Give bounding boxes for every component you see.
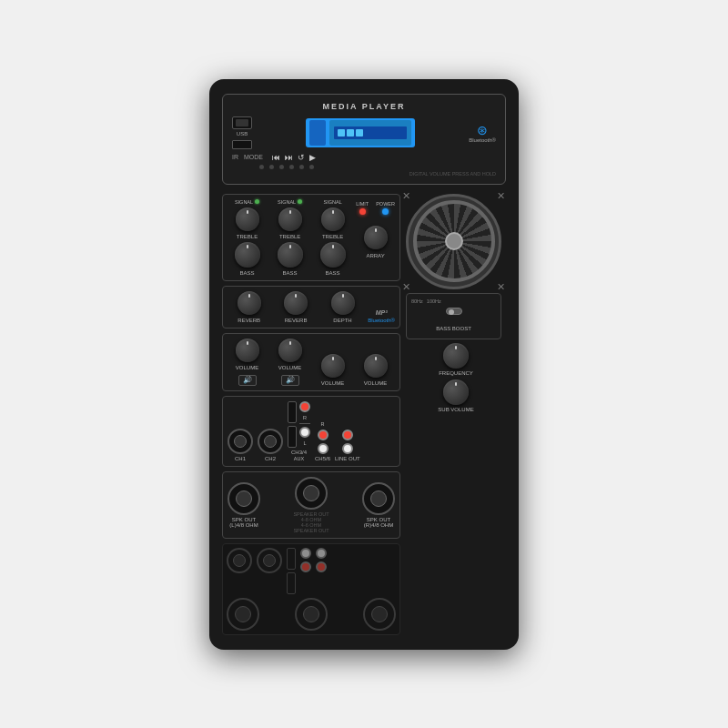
mirror-section bbox=[222, 543, 400, 635]
reverb-col-1: REVERB bbox=[228, 291, 270, 323]
ir-mode-row: IR MODE ⏮ ⏭ ↺ ▶ bbox=[232, 153, 496, 162]
play-btn[interactable]: ▶ bbox=[309, 153, 316, 162]
ch34-rca-l[interactable] bbox=[299, 427, 310, 438]
ch4-trs[interactable] bbox=[288, 426, 297, 448]
freq-100hz-label: 100Hz bbox=[427, 298, 441, 305]
signal-led-1 bbox=[255, 199, 259, 204]
lcd-display bbox=[306, 118, 415, 147]
signal-area-2: SIGNAL bbox=[278, 199, 302, 205]
limit-power-leds: LIMIT POWER bbox=[356, 201, 395, 215]
mirror-rca-1 bbox=[300, 548, 311, 572]
reverb-col-2: REVERB bbox=[274, 291, 317, 323]
line-out-rca-l[interactable] bbox=[342, 443, 353, 454]
reverb-knob-1[interactable] bbox=[238, 291, 261, 315]
device-panel: MEDIA PLAYER USB bbox=[209, 79, 519, 650]
ch56-rca-r[interactable] bbox=[318, 430, 329, 440]
bass-knob-1[interactable] bbox=[235, 242, 260, 268]
speaker-icon-1: 🔊 bbox=[238, 375, 257, 386]
treble-knob-3[interactable] bbox=[321, 207, 345, 231]
ch34-rca-r[interactable] bbox=[299, 401, 310, 412]
mirror-xlr-1 bbox=[227, 548, 252, 573]
ch2-jack: CH2 bbox=[258, 429, 283, 461]
mirror-trs bbox=[287, 548, 296, 594]
spk-left: SPK OUT (L)4/8 OHM bbox=[228, 482, 260, 528]
spk-left-jack[interactable] bbox=[228, 482, 260, 515]
treble-label-3: TREBLE bbox=[322, 234, 343, 239]
ch3-trs[interactable] bbox=[288, 401, 297, 423]
volume-knob-4[interactable] bbox=[364, 354, 388, 378]
mirror-rca-r bbox=[300, 561, 311, 572]
treble-label-1: TREBLE bbox=[237, 234, 258, 239]
bluetooth-area: ⊛ Bluetooth® bbox=[469, 123, 496, 143]
volume-knob-3[interactable] bbox=[321, 354, 345, 378]
line-out-jack: LINE OUT bbox=[335, 430, 360, 461]
speaker-icon-2: 🔊 bbox=[281, 375, 299, 386]
depth-knob[interactable] bbox=[331, 291, 355, 315]
fan-inner bbox=[413, 200, 495, 282]
array-knob[interactable] bbox=[364, 226, 388, 249]
ch1-jack: CH1 bbox=[228, 429, 253, 461]
treble-knob-2[interactable] bbox=[278, 207, 302, 231]
screw-tr: ✕ bbox=[497, 190, 505, 202]
line-out-rca-r[interactable] bbox=[342, 430, 353, 440]
ch2-xlr[interactable] bbox=[258, 429, 283, 454]
volume-knob-1[interactable] bbox=[236, 339, 259, 362]
ch56-jack: R CH5/6 bbox=[315, 421, 330, 461]
mirror-trs-1 bbox=[287, 572, 296, 594]
signal-label-1: SIGNAL bbox=[235, 199, 253, 205]
treble-knob-1[interactable] bbox=[236, 207, 259, 231]
effects-section: REVERB REVERB DEPTH MP³ Bluetooth® bbox=[222, 286, 400, 329]
media-top-row: USB ⊛ Bluet bbox=[232, 116, 496, 149]
repeat-btn[interactable]: ↺ bbox=[298, 153, 305, 162]
usb-area: USB bbox=[232, 116, 252, 149]
digital-vol-label: DIGITAL VOLUME PRESS AND HOLD bbox=[232, 171, 496, 177]
screw-tl: ✕ bbox=[402, 190, 410, 202]
volume-label-1: VOLUME bbox=[236, 365, 258, 370]
ch1-xlr[interactable] bbox=[228, 429, 253, 454]
dot-6 bbox=[309, 165, 314, 169]
freq-80hz-label: 80Hz bbox=[411, 298, 423, 305]
next-btn[interactable]: ⏭ bbox=[285, 153, 293, 162]
dot-3 bbox=[279, 165, 284, 169]
ch56-rcas: R bbox=[318, 421, 329, 454]
bass-label-2: BASS bbox=[283, 270, 298, 276]
spk-row: SPK OUT (L)4/8 OHM SPEAKER OUT 4-8 OHM 4… bbox=[228, 477, 395, 533]
jacks-section: CH1 CH2 bbox=[222, 396, 400, 467]
frequency-knob[interactable] bbox=[443, 343, 469, 369]
spk-right-label: SPK OUT (R)4/8 OHM bbox=[364, 517, 393, 528]
dot-5 bbox=[299, 165, 304, 169]
volume-section: VOLUME 🔊 VOLUME 🔊 bbox=[222, 333, 400, 391]
sub-volume-knob[interactable] bbox=[443, 379, 469, 405]
mp3-label: MP³ bbox=[376, 309, 388, 316]
usb-slot[interactable] bbox=[232, 116, 252, 129]
prev-btn[interactable]: ⏮ bbox=[272, 153, 280, 162]
reverb-knob-2[interactable] bbox=[284, 291, 308, 315]
bass-knob-3[interactable] bbox=[320, 242, 346, 268]
bluetooth-small-label: Bluetooth® bbox=[368, 318, 395, 323]
bass-freq-row: 80Hz 100Hz bbox=[411, 298, 496, 305]
bass-label-3: BASS bbox=[326, 270, 340, 276]
mode-label: MODE bbox=[244, 154, 263, 160]
volume-label-4: VOLUME bbox=[364, 380, 387, 386]
sd-slot[interactable] bbox=[232, 140, 252, 149]
bass-boost-section: 80Hz 100Hz BASS BOOST bbox=[406, 293, 501, 339]
volume-knob-2[interactable] bbox=[278, 339, 302, 362]
treble-label-2: TREBLE bbox=[279, 234, 300, 239]
spk-center-label: SPEAKER OUT 4-8 OHM 4-6 OHM SPEAKER OUT bbox=[293, 511, 329, 533]
bass-knob-2[interactable] bbox=[278, 242, 303, 268]
bass-boost-toggle[interactable] bbox=[446, 308, 462, 315]
dot-4 bbox=[289, 165, 294, 169]
ch2-label: CH2 bbox=[265, 456, 276, 461]
treble-row: SIGNAL TREBLE BASS SIGNAL bbox=[228, 199, 395, 276]
mirror-spk-row bbox=[227, 598, 396, 631]
transport-controls: ⏮ ⏭ ↺ ▶ bbox=[272, 153, 316, 162]
fan-center bbox=[445, 232, 463, 250]
line-out-label: LINE OUT bbox=[335, 456, 360, 461]
spk-right-jack[interactable] bbox=[362, 482, 395, 515]
ch34-trs bbox=[288, 401, 297, 448]
spk-center-jack[interactable] bbox=[295, 477, 328, 510]
frequency-section: FREQUENCY bbox=[406, 343, 506, 376]
ch56-rca-l[interactable] bbox=[318, 443, 329, 454]
media-player-title: MEDIA PLAYER bbox=[232, 102, 496, 111]
aux-label: AUX bbox=[294, 456, 304, 461]
